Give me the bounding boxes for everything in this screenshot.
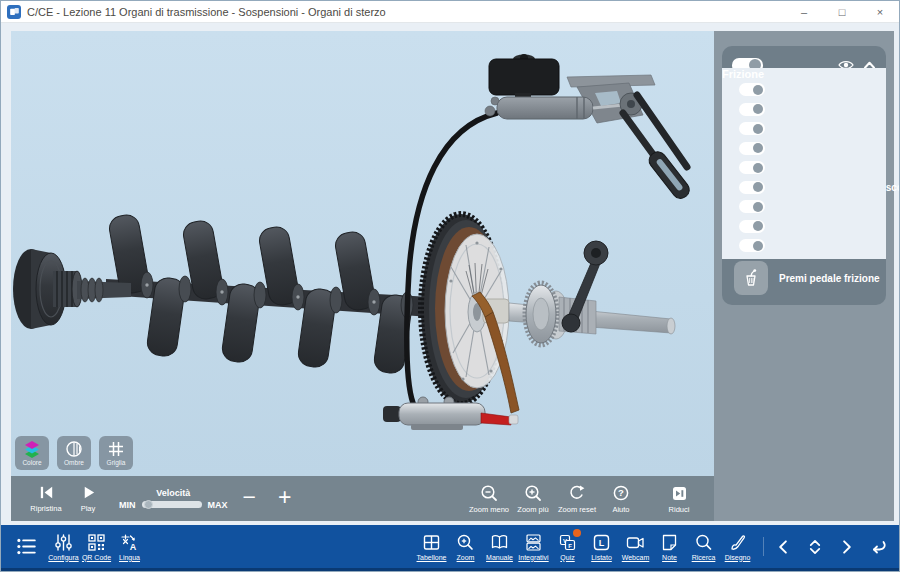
play-label: Play — [81, 504, 96, 513]
manuale-button[interactable]: Manuale — [483, 533, 516, 561]
view-option-buttons: Colore Ombre — [15, 436, 133, 470]
listing-icon: L — [592, 533, 611, 552]
cuscinetto-reggispinta-toggle[interactable] — [739, 200, 765, 213]
pedale-frizione-toggle[interactable] — [739, 220, 765, 233]
images-icon — [524, 533, 543, 552]
disegno-label: Disegno — [725, 554, 751, 561]
tabellone-button[interactable]: Tabellone — [415, 533, 448, 561]
svg-text:A: A — [130, 542, 137, 552]
restart-label: Ripristina — [30, 504, 61, 513]
quiz-button[interactable]: V F Quiz — [551, 533, 584, 561]
menu-button[interactable] — [11, 536, 41, 557]
close-button[interactable]: × — [861, 1, 899, 22]
grid-button-label: Griglia — [107, 459, 126, 467]
speed-increase-button[interactable]: + — [278, 487, 291, 507]
grid-button[interactable]: Griglia — [99, 436, 133, 470]
lingua-label: Lingua — [119, 554, 140, 561]
shadows-icon — [64, 439, 84, 459]
zoom-reset-label: Zoom reset — [558, 505, 596, 514]
speed-slider-knob[interactable] — [144, 500, 153, 509]
chevron-left-icon[interactable] — [775, 538, 793, 556]
3d-viewport[interactable]: Colore Ombre — [11, 31, 714, 476]
svg-text:L: L — [599, 538, 605, 548]
zoom-out-button[interactable]: Zoom meno — [468, 484, 510, 514]
configura-button[interactable]: Configura — [47, 533, 80, 561]
zoom-button[interactable]: Zoom — [449, 533, 482, 561]
chevrons-up-down-icon[interactable] — [806, 538, 824, 556]
svg-text:F: F — [568, 542, 572, 548]
right-panel-column: Frizione Albero motore Disc — [714, 31, 894, 521]
play-icon — [80, 484, 97, 501]
speed-decrease-button[interactable]: − — [243, 487, 256, 507]
speed-slider[interactable] — [142, 501, 202, 508]
listato-button[interactable]: L Listato — [585, 533, 618, 561]
tabellone-label: Tabellone — [417, 554, 447, 561]
spingidisco-toggle[interactable] — [739, 142, 765, 155]
quiz-notification-badge — [573, 529, 581, 537]
return-arrow-icon[interactable] — [868, 537, 887, 556]
zoom-controls: Zoom meno Zoom più Zoo — [468, 484, 700, 514]
maximize-button[interactable]: □ — [823, 1, 861, 22]
note-button[interactable]: Note — [653, 533, 686, 561]
restart-button[interactable]: Ripristina — [25, 484, 67, 513]
webcam-button[interactable]: Webcam — [619, 533, 652, 561]
albero-primario-toggle[interactable] — [739, 239, 765, 252]
book-icon — [490, 533, 509, 552]
speed-control: Velocità MIN MAX — [119, 488, 228, 510]
molle-spingidisco-toggle[interactable] — [739, 161, 765, 174]
pedal-icon — [740, 267, 762, 289]
webcam-label: Webcam — [622, 554, 650, 561]
zoom-reset-icon — [568, 484, 586, 502]
translate-icon: A — [120, 533, 139, 552]
frizione-panel: Frizione Albero motore Disc — [722, 46, 886, 305]
guarnizione-ferodi-toggle[interactable] — [739, 122, 765, 135]
integrativi-button[interactable]: Integrativi — [517, 533, 550, 561]
help-icon: ? — [612, 484, 630, 502]
zoom-in-icon — [456, 533, 475, 552]
speed-title: Velocità — [156, 488, 190, 498]
main-area: Colore Ombre — [1, 23, 899, 525]
menu-list-icon — [16, 536, 37, 557]
disco-frizione-toggle[interactable] — [739, 103, 765, 116]
listato-label: Listato — [591, 554, 612, 561]
sliders-icon — [54, 533, 73, 552]
albero-motore-toggle[interactable] — [739, 83, 765, 96]
chevron-right-icon[interactable] — [837, 538, 855, 556]
skip-start-icon — [38, 484, 55, 501]
minimize-button[interactable]: – — [785, 1, 823, 22]
disegno-button[interactable]: Disegno — [721, 533, 754, 561]
color-button-label: Colore — [22, 459, 41, 467]
speed-max-label: MAX — [208, 500, 228, 510]
zoom-in-button[interactable]: Zoom più — [512, 484, 554, 514]
help-button[interactable]: ? Aiuto — [600, 484, 642, 514]
window-title: C/CE - Lezione 11 Organi di trasmissione… — [27, 6, 386, 18]
shadows-button[interactable]: Ombre — [57, 436, 91, 470]
color-button[interactable]: Colore — [15, 436, 49, 470]
collapse-button[interactable]: Riduci — [658, 484, 700, 514]
zoom-label: Zoom — [457, 554, 475, 561]
toolbar-center-group: Tabellone Zoom Manuale — [415, 533, 754, 561]
3d-model-clutch-assembly — [11, 31, 714, 476]
title-bar: C/CE - Lezione 11 Organi di trasmissione… — [1, 1, 899, 23]
press-pedal-button[interactable]: Premi pedale frizione — [734, 261, 878, 295]
pen-icon — [728, 533, 747, 552]
collapse-icon — [670, 484, 688, 502]
search-icon — [694, 533, 713, 552]
collapse-label: Riduci — [669, 505, 690, 514]
panel-header: Frizione — [732, 55, 876, 75]
webcam-icon — [626, 533, 645, 552]
shadows-button-label: Ombre — [64, 459, 84, 467]
ricerca-button[interactable]: Ricerca — [687, 533, 720, 561]
color-layers-icon — [22, 439, 42, 459]
window-controls: – □ × — [785, 1, 899, 22]
play-button[interactable]: Play — [67, 484, 109, 513]
alloggiamento-spingidisco-toggle[interactable] — [739, 181, 765, 194]
zoom-in-icon — [524, 484, 542, 502]
lingua-button[interactable]: A Lingua — [113, 533, 146, 561]
quiz-label: Quiz — [560, 554, 574, 561]
qr-code-button[interactable]: QR Code — [80, 533, 113, 561]
press-pedal-label: Premi pedale frizione — [779, 273, 880, 284]
zoom-reset-button[interactable]: Zoom reset — [556, 484, 598, 514]
ricerca-label: Ricerca — [692, 554, 716, 561]
note-label: Note — [662, 554, 677, 561]
